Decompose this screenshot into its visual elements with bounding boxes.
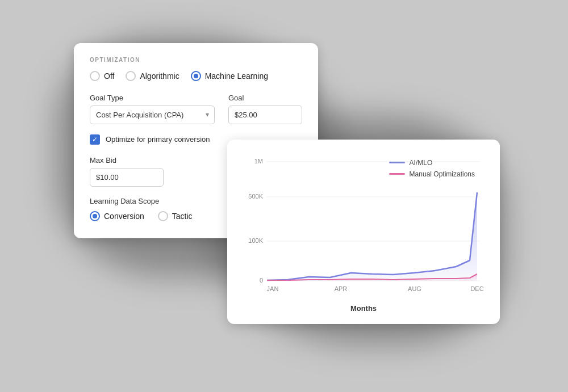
goal-form-row: Goal Type Cost Per Acquisition (CPA) ▾ G… xyxy=(90,94,302,124)
goal-input[interactable] xyxy=(228,106,302,124)
radio-dot-conversion xyxy=(93,214,97,218)
radio-label-algorithmic: Algorithmic xyxy=(140,71,179,81)
legend-label-ai: AI/MLO xyxy=(410,159,433,167)
goal-type-group: Goal Type Cost Per Acquisition (CPA) ▾ xyxy=(90,94,215,124)
radio-label-off: Off xyxy=(104,71,114,81)
chart-card: AI/MLO Manual Optimizations 1M 500K 100K… xyxy=(227,140,500,324)
radio-circle-algorithmic xyxy=(126,71,136,81)
optimization-radio-group: Off Algorithmic Machine Learning xyxy=(90,71,302,81)
ai-line xyxy=(267,192,477,280)
legend-manual: Manual Optimizations xyxy=(389,170,475,178)
x-label-apr: APR xyxy=(335,285,348,292)
radio-label-tactic: Tactic xyxy=(172,212,193,221)
radio-machine-learning[interactable]: Machine Learning xyxy=(191,71,268,81)
radio-circle-ml xyxy=(191,71,201,81)
radio-label-ml: Machine Learning xyxy=(205,71,268,81)
scene: OPTIMIZATION Off Algorithmic Machine Lea… xyxy=(51,26,517,366)
max-bid-input[interactable] xyxy=(90,168,164,187)
y-label-100k: 100K xyxy=(248,237,263,244)
x-label-aug: AUG xyxy=(408,285,421,292)
radio-algorithmic[interactable]: Algorithmic xyxy=(126,71,179,81)
radio-label-conversion: Conversion xyxy=(104,212,144,221)
radio-circle-tactic xyxy=(158,211,168,221)
y-label-0: 0 xyxy=(260,277,263,284)
legend-label-manual: Manual Optimizations xyxy=(410,170,475,178)
x-label-dec: DEC xyxy=(470,285,483,292)
goal-type-select-wrapper: Cost Per Acquisition (CPA) ▾ xyxy=(90,106,215,124)
chart-legend: AI/MLO Manual Optimizations xyxy=(389,159,475,178)
legend-ai-mlo: AI/MLO xyxy=(389,159,475,167)
goal-label: Goal xyxy=(228,94,302,102)
chart-x-title: Months xyxy=(241,304,486,313)
radio-off[interactable]: Off xyxy=(90,71,114,81)
x-label-jan: JAN xyxy=(267,285,279,292)
radio-dot-ml xyxy=(194,74,198,78)
checkbox-label: Optimize for primary conversion xyxy=(106,135,210,144)
radio-conversion[interactable]: Conversion xyxy=(90,211,144,221)
ai-fill-area xyxy=(267,192,477,281)
legend-line-ai xyxy=(389,162,405,163)
legend-line-manual xyxy=(389,173,405,175)
checkbox-box[interactable]: ✓ xyxy=(90,134,100,145)
radio-circle-conversion xyxy=(90,211,100,221)
goal-type-select[interactable]: Cost Per Acquisition (CPA) xyxy=(90,106,215,124)
goal-type-label: Goal Type xyxy=(90,94,215,102)
y-label-1m: 1M xyxy=(254,158,263,165)
radio-tactic[interactable]: Tactic xyxy=(158,211,193,221)
section-label: OPTIMIZATION xyxy=(90,57,302,63)
check-icon: ✓ xyxy=(92,136,98,143)
radio-circle-off xyxy=(90,71,100,81)
goal-group: Goal xyxy=(228,94,302,124)
y-label-500k: 500K xyxy=(248,193,263,200)
chart-area: AI/MLO Manual Optimizations 1M 500K 100K… xyxy=(241,153,486,301)
